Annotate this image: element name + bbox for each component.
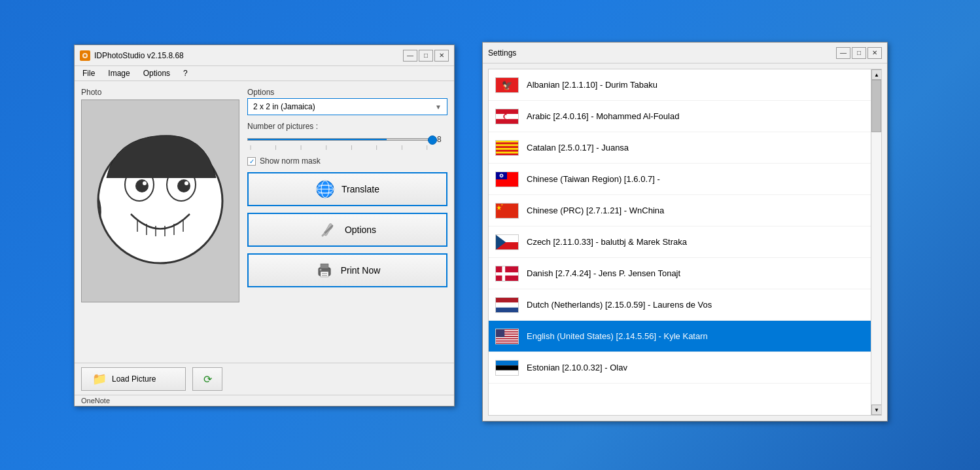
flag-dutch (495, 297, 519, 313)
svg-rect-71 (496, 338, 518, 339)
status-bar: OneNote (75, 395, 454, 406)
lang-label-danish: Danish [2.7.4.24] - Jens P. Jensen Tonaj… (527, 268, 680, 278)
svg-point-9 (177, 179, 190, 192)
scroll-thumb[interactable] (871, 80, 881, 132)
svg-point-7 (143, 181, 147, 185)
svg-rect-31 (322, 275, 327, 276)
app-content: Photo (75, 81, 454, 363)
settings-content: 🦅 Albanian [2.1.1.10] - Durim Tabaku (488, 69, 882, 416)
svg-rect-79 (496, 370, 518, 375)
svg-rect-37 (496, 118, 518, 124)
pictures-label: Number of pictures : (247, 122, 318, 131)
lang-label-dutch: Dutch (Netherlands) [2.15.0.59] - Lauren… (527, 300, 712, 310)
svg-point-2 (84, 54, 86, 57)
title-bar: IDPhotoStudio v2.15.8.68 — □ ✕ (75, 45, 454, 66)
print-now-label: Print Now (341, 265, 381, 276)
lang-label-english-us: English (United States) [2.14.5.56] - Ky… (527, 331, 708, 341)
svg-rect-60 (496, 302, 518, 308)
svg-rect-42 (496, 142, 518, 144)
flag-catalan (495, 140, 519, 156)
lang-label-albanian: Albanian [2.1.1.10] - Durim Tabaku (527, 80, 657, 90)
svg-rect-58 (496, 272, 518, 276)
folder-icon: 📁 (92, 372, 107, 386)
slider-track[interactable] (247, 138, 433, 141)
refresh-button[interactable]: ⟳ (192, 367, 222, 391)
flag-estonian (495, 360, 519, 376)
title-bar-controls: — □ ✕ (403, 50, 449, 62)
svg-rect-72 (496, 339, 518, 340)
svg-rect-74 (496, 341, 518, 342)
settings-minimize-button[interactable]: — (836, 47, 850, 59)
checkbox-row: Show norm mask (247, 156, 447, 166)
settings-window: Settings — □ ✕ 🦅 Albanian [2.1.1.10] - D… (482, 42, 888, 422)
svg-rect-30 (322, 273, 327, 274)
flag-danish (495, 266, 519, 281)
settings-close-button[interactable]: ✕ (867, 47, 882, 59)
svg-rect-59 (496, 297, 518, 302)
slider-ticks: | | | | | | | | (249, 144, 429, 150)
close-button[interactable]: ✕ (434, 50, 449, 62)
show-norm-mask-checkbox[interactable] (247, 157, 256, 166)
minimize-button[interactable]: — (403, 50, 417, 62)
lang-item-albanian[interactable]: 🦅 Albanian [2.1.1.10] - Durim Tabaku (489, 69, 881, 101)
svg-rect-43 (496, 146, 518, 148)
tick-1: | (250, 144, 251, 150)
lang-item-chinese-taiwan[interactable]: Chinese (Taiwan Region) [1.6.0.7] - (489, 164, 881, 195)
flag-chinese-taiwan (495, 172, 519, 187)
svg-text:🦅: 🦅 (502, 79, 513, 90)
photo-panel: Photo (81, 88, 239, 356)
translate-button[interactable]: Translate (247, 172, 447, 206)
size-dropdown[interactable]: 2 x 2 in (Jamaica) ▼ (247, 98, 447, 115)
scroll-up-button[interactable]: ▲ (871, 69, 882, 80)
lang-item-english-us[interactable]: English (United States) [2.14.5.56] - Ky… (489, 321, 881, 352)
menu-help[interactable]: ? (178, 67, 193, 79)
right-panel: Options 2 x 2 in (Jamaica) ▼ Number of p… (247, 88, 447, 356)
lang-item-dutch[interactable]: Dutch (Netherlands) [2.15.0.59] - Lauren… (489, 289, 881, 321)
menu-image[interactable]: Image (103, 67, 135, 79)
lang-label-arabic: Arabic [2.4.0.16] - Mohammed Al-Foulad (527, 111, 679, 121)
svg-rect-29 (321, 272, 328, 277)
flag-albanian: 🦅 (495, 77, 519, 93)
options-label: Options (247, 88, 447, 97)
translate-label: Translate (341, 184, 379, 194)
tick-7: | (401, 144, 402, 150)
settings-title-bar: Settings — □ ✕ (483, 43, 887, 63)
lang-label-czech: Czech [2.11.0.33] - balutbj & Marek Stra… (527, 237, 687, 247)
lang-label-chinese-prc: Chinese (PRC) [2.7.1.21] - WnChina (527, 206, 664, 215)
scroll-track[interactable] (871, 80, 881, 405)
translate-icon (315, 179, 335, 199)
lang-item-estonian[interactable]: Estonian [2.10.0.32] - Olav (489, 352, 881, 384)
load-picture-button[interactable]: 📁 Load Picture (81, 367, 186, 391)
lang-item-arabic[interactable]: Arabic [2.4.0.16] - Mohammed Al-Foulad (489, 101, 881, 132)
settings-controls: — □ ✕ (836, 47, 882, 59)
svg-rect-28 (321, 264, 328, 268)
settings-maximize-button[interactable]: □ (852, 47, 866, 59)
svg-rect-70 (496, 336, 518, 338)
svg-rect-75 (496, 342, 518, 344)
maximize-button[interactable]: □ (419, 50, 433, 62)
tick-4: | (326, 144, 327, 150)
tick-5: | (351, 144, 352, 150)
lang-item-danish[interactable]: Danish [2.7.4.24] - Jens P. Jensen Tonaj… (489, 258, 881, 289)
tick-3: | (300, 144, 302, 150)
lang-item-chinese-prc[interactable]: Chinese (PRC) [2.7.1.21] - WnChina (489, 195, 881, 226)
lang-label-catalan: Catalan [2.5.0.17] - Juansa (527, 143, 629, 153)
svg-rect-77 (496, 360, 518, 365)
lang-item-czech[interactable]: Czech [2.11.0.33] - balutbj & Marek Stra… (489, 226, 881, 258)
svg-rect-44 (496, 149, 518, 151)
options-button[interactable]: Options (247, 213, 447, 247)
lang-item-catalan[interactable]: Catalan [2.5.0.17] - Juansa (489, 132, 881, 164)
svg-rect-45 (496, 153, 518, 155)
pictures-section: Number of pictures : 8 | | | | | | (247, 122, 447, 150)
print-now-button[interactable]: Print Now (247, 253, 447, 287)
app-window: IDPhotoStudio v2.15.8.68 — □ ✕ File Imag… (74, 45, 455, 407)
show-norm-mask-label: Show norm mask (260, 156, 321, 166)
flag-czech (495, 234, 519, 250)
scroll-down-button[interactable]: ▼ (871, 405, 882, 415)
svg-rect-78 (496, 365, 518, 371)
menu-file[interactable]: File (77, 67, 100, 79)
lang-label-chinese-taiwan: Chinese (Taiwan Region) [1.6.0.7] - (527, 174, 660, 184)
slider-thumb[interactable] (428, 136, 437, 145)
app-title: IDPhotoStudio v2.15.8.68 (94, 51, 184, 60)
menu-options[interactable]: Options (138, 67, 175, 79)
